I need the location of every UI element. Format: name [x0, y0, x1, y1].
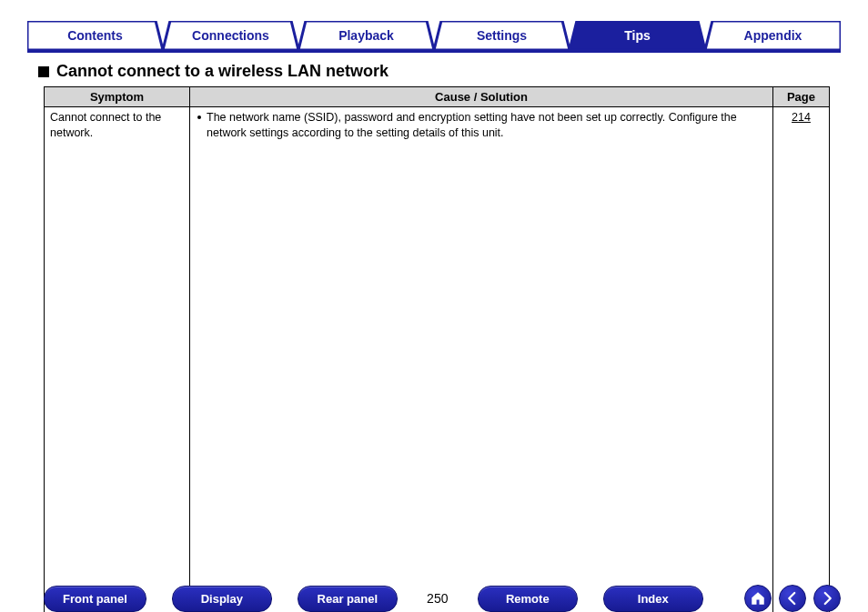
tab-label: Tips — [570, 21, 705, 50]
tab-appendix[interactable]: Appendix — [705, 21, 841, 50]
cell-cause: The network name (SSID), password and en… — [190, 107, 773, 613]
tab-settings[interactable]: Settings — [434, 21, 570, 50]
index-button[interactable]: Index — [603, 586, 703, 612]
tab-playback[interactable]: Playback — [298, 21, 434, 50]
tab-tips[interactable]: Tips — [570, 21, 705, 50]
section-title: Cannot connect to a wireless LAN network — [56, 62, 389, 81]
top-tabs: Contents Connections Playback Settings T… — [27, 16, 841, 53]
troubleshoot-table: Symptom Cause / Solution Page Cannot con… — [44, 86, 830, 612]
th-page: Page — [773, 87, 830, 107]
remote-button[interactable]: Remote — [478, 586, 578, 612]
bottom-bar: Front panel Display Rear panel 250 Remot… — [0, 585, 868, 612]
home-icon[interactable] — [744, 585, 772, 612]
table-row: Cannot connect to the network. The netwo… — [45, 107, 830, 613]
tab-label: Appendix — [705, 21, 841, 50]
th-cause: Cause / Solution — [190, 87, 773, 107]
tab-contents[interactable]: Contents — [27, 21, 163, 50]
nav-icon-group — [744, 585, 841, 612]
tab-connections[interactable]: Connections — [163, 21, 298, 50]
display-button[interactable]: Display — [172, 586, 272, 612]
prev-page-icon[interactable] — [779, 585, 806, 612]
page-number: 250 — [423, 591, 452, 606]
tab-label: Contents — [27, 21, 163, 50]
tab-label: Playback — [298, 21, 434, 50]
tab-label: Settings — [434, 21, 570, 50]
square-bullet-icon — [38, 66, 49, 77]
cell-page: 214 — [773, 107, 830, 613]
front-panel-button[interactable]: Front panel — [44, 586, 146, 612]
th-symptom: Symptom — [45, 87, 190, 107]
section-title-row: Cannot connect to a wireless LAN network — [38, 62, 841, 81]
table-head-row: Symptom Cause / Solution Page — [45, 87, 830, 107]
page-link[interactable]: 214 — [792, 111, 811, 124]
tab-label: Connections — [163, 21, 298, 50]
troubleshoot-table-wrap: Symptom Cause / Solution Page Cannot con… — [44, 86, 830, 612]
rear-panel-button[interactable]: Rear panel — [298, 586, 398, 612]
cell-symptom: Cannot connect to the network. — [45, 107, 190, 613]
next-page-icon[interactable] — [813, 585, 841, 612]
